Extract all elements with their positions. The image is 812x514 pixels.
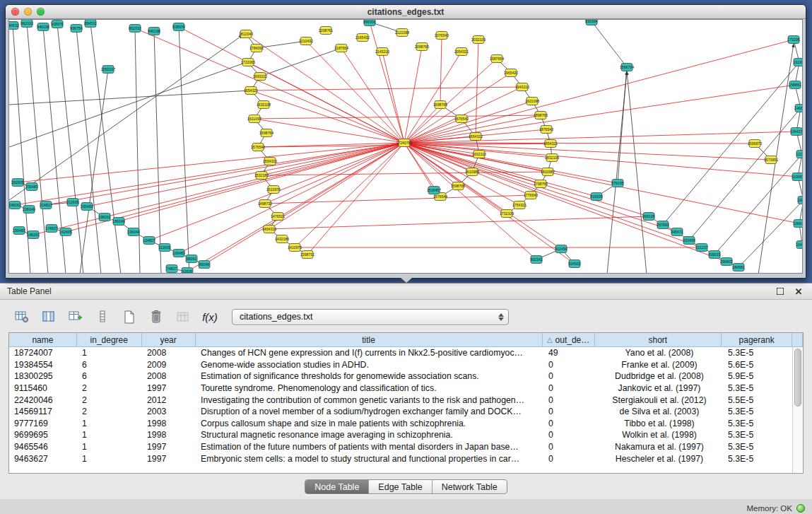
panel-divider-handle[interactable] — [401, 278, 412, 283]
table-cell[interactable]: Genome-wide association studies in ADHD. — [196, 360, 543, 370]
float-panel-icon[interactable] — [774, 286, 787, 297]
table-cell[interactable]: 49 — [543, 348, 596, 358]
graph-node[interactable]: 62605 — [182, 268, 193, 274]
table-cell[interactable]: Investigating the contribution of common… — [196, 395, 543, 405]
table-cell[interactable]: 5.3E-5 — [723, 442, 794, 452]
table-cell[interactable]: Franke et al. (2009) — [596, 360, 723, 370]
graph-node[interactable]: 1810987 — [541, 168, 555, 176]
graph-node[interactable]: 1532187 — [254, 172, 269, 180]
graph-node[interactable]: 1611097 — [247, 115, 261, 123]
table-cell[interactable]: 5.3E-5 — [723, 454, 794, 464]
scrollbar-thumb[interactable] — [794, 349, 801, 407]
graph-node[interactable]: 186049 — [112, 218, 124, 226]
table-cell[interactable]: 2012 — [142, 395, 196, 405]
table-cell[interactable]: Wolkin et al. (1998) — [596, 430, 723, 440]
table-cell[interactable]: 2003 — [142, 407, 196, 416]
graph-node[interactable]: 1943210 — [515, 83, 529, 91]
graph-node[interactable]: 110083 — [792, 173, 803, 181]
table-cell[interactable]: Nakamura et al. (1997) — [596, 442, 723, 452]
table-cell[interactable]: 2008 — [142, 371, 196, 381]
graph-node[interactable]: 250483 — [25, 183, 37, 191]
graph-node[interactable]: 1566794 — [620, 64, 634, 71]
graph-node[interactable]: 124827 — [143, 237, 155, 245]
table-cell[interactable]: 0 — [543, 454, 596, 464]
table-cell[interactable]: 5.3E-5 — [723, 348, 794, 358]
graph-node[interactable]: 1410975 — [288, 244, 302, 252]
graph-node[interactable]: 884532 — [84, 20, 96, 28]
graph-node[interactable]: 1432186 — [275, 235, 289, 243]
graph-node[interactable]: 1698765 — [433, 101, 447, 109]
graph-node[interactable]: 1965432 — [504, 69, 518, 77]
graph-node[interactable]: 1554320 — [263, 158, 277, 165]
graph-node[interactable]: 236049 — [23, 206, 35, 214]
graph-node[interactable]: 146649 — [794, 105, 803, 112]
graph-node[interactable]: 161083 — [793, 59, 803, 66]
graph-node[interactable]: 17240781 — [396, 139, 412, 147]
function-builder-button[interactable]: f(x) — [201, 308, 219, 325]
show-columns-button[interactable] — [40, 308, 58, 325]
table-row[interactable]: 1872400712008Changes of HCN gene express… — [9, 347, 803, 359]
table-cell[interactable]: 9777169 — [9, 419, 77, 428]
table-cell[interactable]: 1 — [77, 430, 142, 440]
table-cell[interactable]: Tourette syndrome. Phenomenology and cla… — [196, 383, 543, 393]
minimize-window-button[interactable] — [24, 8, 32, 16]
table-cell[interactable]: 0 — [543, 383, 596, 393]
graph-node[interactable]: 2143210 — [375, 48, 389, 56]
graph-node[interactable]: 962310 — [20, 20, 33, 28]
graph-node[interactable]: 136049 — [127, 228, 139, 236]
table-cell[interactable]: 5.5E-5 — [723, 395, 794, 405]
table-cell[interactable]: 9115460 — [9, 383, 77, 393]
graph-node[interactable]: 200483 — [81, 203, 93, 211]
table-cell[interactable]: Hescheler et al. (1997) — [596, 454, 723, 464]
table-cell[interactable]: Estimation of the future numbers of pati… — [196, 442, 543, 452]
table-cell[interactable]: 1997 — [142, 454, 196, 464]
graph-node[interactable]: 212605 — [66, 199, 78, 206]
table-row[interactable]: 1830029562008Estimation of significance … — [9, 370, 803, 382]
table-cell[interactable]: Changes of HCN gene expression and I(f) … — [196, 348, 543, 358]
graph-node[interactable]: 902342 — [530, 256, 542, 264]
table-cell[interactable]: 5.9E-5 — [723, 371, 794, 381]
graph-node[interactable]: 122205 — [796, 151, 803, 158]
import-table-button[interactable] — [174, 308, 192, 325]
table-cell[interactable]: 18724007 — [9, 348, 77, 358]
table-cell[interactable]: 1997 — [142, 383, 196, 393]
table-cell[interactable]: 1 — [77, 348, 142, 358]
column-header-out_de[interactable]: △out_de… — [543, 333, 595, 347]
graph-node[interactable]: 1832109 — [545, 154, 559, 162]
graph-node[interactable]: 928976 — [51, 21, 63, 28]
table-source-dropdown[interactable]: citations_edges.txt — [232, 309, 509, 325]
graph-node[interactable]: 1576542 — [251, 144, 265, 151]
graph-node[interactable]: 1398731 — [300, 251, 314, 259]
graph-node[interactable]: 1676543 — [454, 115, 469, 123]
graph-node[interactable]: 198261 — [98, 214, 110, 221]
graph-node[interactable]: 815939 — [590, 193, 602, 201]
network-window-titlebar[interactable]: citations_edges.txt — [6, 5, 806, 19]
graph-node[interactable]: 1812043 — [239, 30, 253, 38]
graph-node[interactable]: 1987654 — [490, 55, 504, 63]
graph-node[interactable]: 1595873 — [748, 140, 762, 148]
graph-node[interactable]: 1598764 — [259, 129, 273, 137]
table-cell[interactable]: 2008 — [142, 348, 196, 358]
graph-node[interactable]: 1573651 — [764, 156, 778, 164]
graph-node[interactable]: 284581 — [732, 264, 744, 271]
graph-node[interactable]: 2121098 — [395, 29, 409, 37]
graph-node[interactable]: 2187654 — [334, 45, 348, 52]
graph-node[interactable]: 104427 — [796, 241, 803, 249]
table-cell[interactable]: 1997 — [142, 442, 196, 452]
graph-node[interactable]: 1510976 — [266, 186, 281, 194]
graph-node[interactable]: 862310 — [129, 25, 141, 33]
column-header-year[interactable]: year — [142, 333, 196, 347]
table-cell[interactable]: 19384554 — [9, 360, 77, 370]
graph-node[interactable]: 1654322 — [469, 133, 483, 141]
table-cell[interactable]: 5.6E-5 — [723, 360, 794, 370]
graph-node[interactable]: 357893 — [657, 221, 669, 229]
graph-node[interactable]: 173205 — [787, 36, 799, 44]
table-row[interactable]: 946554611997Estimation of the future num… — [9, 441, 803, 453]
table-row[interactable]: 1456911722003Disruption of a novel membe… — [9, 406, 803, 418]
tab-node-table[interactable]: Node Table — [305, 480, 369, 493]
graph-node[interactable]: 912450 — [555, 245, 567, 253]
table-cell[interactable]: Structural magnetic resonance image aver… — [196, 430, 543, 440]
graph-node[interactable]: 2076543 — [435, 32, 449, 40]
table-cell[interactable]: Jankovic et al. (1997) — [596, 383, 723, 393]
graph-node[interactable]: 1784091 — [249, 45, 264, 52]
